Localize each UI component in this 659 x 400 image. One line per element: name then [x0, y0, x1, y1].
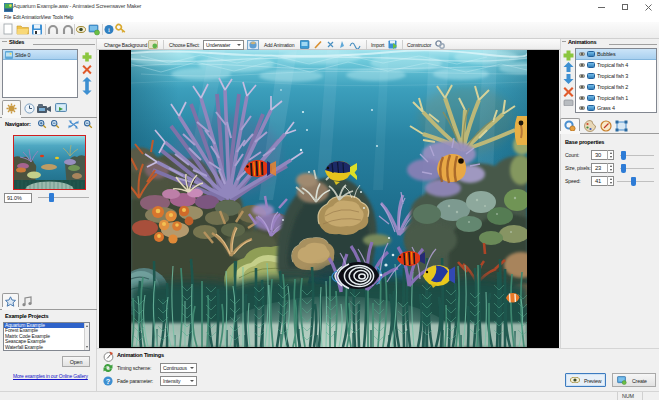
svg-text:?: ?	[106, 377, 111, 386]
svg-text:i: i	[108, 26, 110, 34]
